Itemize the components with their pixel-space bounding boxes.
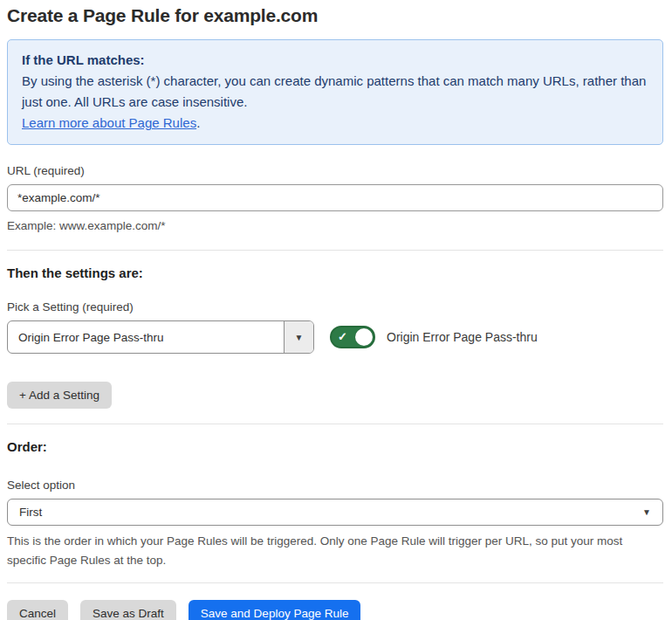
order-select-value: First: [19, 506, 42, 519]
dropdown-arrow-box[interactable]: ▼: [284, 321, 313, 353]
learn-more-link[interactable]: Learn more about Page Rules: [22, 115, 196, 130]
chevron-down-icon: ▼: [642, 507, 651, 517]
url-label: URL (required): [7, 164, 663, 177]
url-helper: Example: www.example.com/*: [7, 217, 663, 235]
order-select[interactable]: First ▼: [7, 499, 663, 526]
toggle-knob: [355, 328, 373, 346]
url-input[interactable]: [7, 184, 663, 211]
setting-dropdown[interactable]: Origin Error Page Pass-thru ▼: [7, 320, 314, 354]
url-match-callout: If the URL matches: By using the asteris…: [7, 39, 663, 145]
add-setting-button[interactable]: + Add a Setting: [7, 382, 112, 409]
callout-heading: If the URL matches:: [22, 50, 648, 71]
divider: [7, 582, 663, 583]
page-title: Create a Page Rule for example.com: [7, 5, 663, 26]
footer-actions: Cancel Save as Draft Save and Deploy Pag…: [7, 600, 663, 620]
link-suffix: .: [196, 115, 200, 130]
divider: [7, 424, 663, 424]
save-draft-button[interactable]: Save as Draft: [80, 600, 176, 620]
pick-setting-label: Pick a Setting (required): [7, 300, 663, 313]
save-deploy-button[interactable]: Save and Deploy Page Rule: [189, 600, 361, 620]
origin-error-toggle[interactable]: ✓: [330, 326, 375, 348]
settings-heading: Then the settings are:: [7, 265, 663, 280]
chevron-down-icon: ▼: [295, 333, 304, 342]
order-heading: Order:: [7, 439, 663, 454]
setting-dropdown-value: Origin Error Page Pass-thru: [8, 321, 284, 353]
toggle-label: Origin Error Page Pass-thru: [387, 330, 538, 344]
callout-body: By using the asterisk (*) character, you…: [22, 71, 648, 113]
divider: [7, 250, 663, 251]
cancel-button[interactable]: Cancel: [7, 600, 68, 620]
setting-row: Origin Error Page Pass-thru ▼ ✓ Origin E…: [7, 320, 663, 354]
select-option-label: Select option: [7, 479, 663, 492]
order-helper: This is the order in which your Page Rul…: [7, 532, 663, 570]
callout-link-line: Learn more about Page Rules.: [22, 113, 648, 134]
check-icon: ✓: [338, 330, 347, 343]
